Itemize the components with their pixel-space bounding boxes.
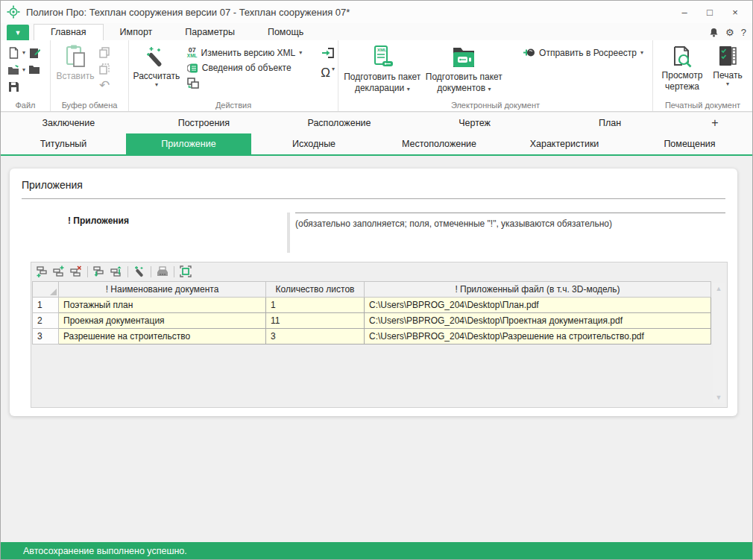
attachments-table-zone: ! Наименование документа Количество лист…: [31, 262, 728, 408]
tab-plan[interactable]: План: [542, 113, 678, 133]
cell-attached-file[interactable]: C:\Users\PBPROG_204\Desktop\План.pdf: [365, 298, 711, 313]
table-vertical-scrollbar[interactable]: ▲ ▼: [713, 283, 725, 403]
select-all-corner[interactable]: [33, 282, 59, 298]
corner-triangle-icon: [50, 289, 57, 295]
import-object-icon[interactable]: [321, 47, 335, 59]
attachments-hint: (обязательно заполняется; поля, отмеченн…: [295, 213, 725, 253]
new-document-icon[interactable]: [6, 45, 21, 60]
cell-sheet-count[interactable]: 11: [266, 313, 365, 329]
section-title: Приложения: [10, 169, 737, 198]
tab-mestopolozhenie[interactable]: Местоположение: [376, 133, 502, 154]
tab-raspolozhenie[interactable]: Расположение: [271, 113, 407, 133]
scroll-down-icon[interactable]: ▼: [716, 394, 722, 401]
status-bar: Автосохранение выполнено успешно.: [1, 542, 752, 559]
cell-attached-file[interactable]: C:\Users\PBPROG_204\Desktop\Проектная до…: [365, 313, 711, 329]
paste-button-label: Вставить: [57, 71, 95, 82]
open-project-icon[interactable]: [6, 63, 21, 77]
paste-button[interactable]: Вставить: [54, 44, 97, 92]
ribbon-tab-glavnaya[interactable]: Главная: [34, 24, 104, 40]
prepare-documents-package-button[interactable]: Подготовить пакет документов ▾: [423, 44, 505, 94]
omega-caret-icon: ▾: [332, 66, 335, 72]
autofill-wand-button[interactable]: [132, 265, 147, 279]
table-header-row: ! Наименование документа Количество лист…: [33, 282, 711, 298]
cell-attached-file[interactable]: C:\Users\PBPROG_204\Desktop\Разрешение н…: [365, 329, 711, 345]
copy-icon[interactable]: [97, 45, 112, 60]
calculate-caret-icon: ▾: [155, 82, 158, 88]
ribbon-tab-pomosch[interactable]: Помощь: [251, 25, 320, 40]
cell-sheet-count[interactable]: 1: [266, 298, 365, 313]
print-table-button[interactable]: [155, 265, 170, 279]
field-separator: [287, 213, 290, 253]
delete-row-button[interactable]: [69, 265, 84, 279]
cell-document-name[interactable]: Разрешение на строительство: [59, 329, 266, 345]
attachments-table: ! Наименование документа Количество лист…: [32, 281, 711, 345]
print-button[interactable]: Печать ▾: [708, 44, 747, 92]
print-label: Печать: [713, 70, 742, 81]
preview-drawing-button[interactable]: Просмотр чертежа: [656, 44, 708, 92]
omega-icon: Ω: [321, 66, 330, 79]
paste-special-icon[interactable]: [97, 62, 112, 76]
main-menu-button[interactable]: ▼: [7, 25, 29, 40]
insert-row-button[interactable]: [51, 265, 66, 279]
tab-iskhodnye[interactable]: Исходные: [251, 133, 376, 154]
move-row-down-button[interactable]: [92, 265, 107, 279]
cell-document-name[interactable]: Проекная документация: [59, 313, 266, 329]
replace-object-button[interactable]: [187, 78, 315, 89]
edit-document-icon[interactable]: [27, 45, 42, 60]
toolbar-separator: [87, 266, 88, 277]
column-header-file[interactable]: ! Приложенный файл (в т.ч. 3D-модель): [365, 282, 711, 298]
object-info-label: Сведения об объекте: [202, 63, 292, 73]
prepare-declaration-package-button[interactable]: XML Подготовить пакет декларации ▾: [341, 44, 423, 94]
ribbon-tabstrip: ▼ Главная Импорт Параметры Помощь ⚙ ?: [1, 23, 752, 40]
scroll-up-icon[interactable]: ▲: [716, 285, 722, 292]
notifications-bell-icon[interactable]: [709, 28, 719, 37]
minimize-button[interactable]: –: [673, 4, 696, 20]
tab-kharakteristiki[interactable]: Характеристики: [502, 133, 627, 154]
tab-pomescheniya[interactable]: Помещения: [627, 133, 752, 154]
group-label-clipboard: Буфер обмена: [51, 101, 128, 110]
tab-zaklyuchenie[interactable]: Заключение: [1, 113, 136, 133]
tab-postroeniya[interactable]: Построения: [136, 113, 272, 133]
add-row-button[interactable]: [34, 265, 49, 279]
symbols-omega-button[interactable]: Ω ▾: [321, 66, 335, 79]
help-icon[interactable]: ?: [741, 27, 746, 38]
new-document-caret-icon[interactable]: ▾: [22, 50, 25, 56]
object-info-button[interactable]: Сведения об объекте: [187, 63, 315, 74]
cell-document-name[interactable]: Поэтажный план: [59, 298, 266, 313]
send-rosreestr-caret-icon: ▾: [640, 50, 643, 56]
cell-sheet-count[interactable]: 3: [266, 329, 365, 345]
close-button[interactable]: ×: [724, 4, 746, 20]
table-row: 3 Разрешение на строительство 3 C:\Users…: [33, 329, 711, 345]
settings-gear-icon[interactable]: ⚙: [725, 27, 734, 38]
tab-titulnyi[interactable]: Титульный: [1, 133, 126, 154]
send-rosreestr-label: Отправить в Росреестр: [539, 48, 637, 58]
group-label-file: Файл: [1, 101, 50, 110]
tab-chertezh[interactable]: Чертеж: [407, 113, 543, 133]
ribbon-tab-import[interactable]: Импорт: [104, 25, 169, 40]
tab-prilozhenie[interactable]: Приложение: [126, 133, 251, 154]
attachments-field-label: ! Приложения: [68, 213, 287, 253]
prepare-documents-caret-icon: ▾: [488, 86, 491, 92]
folder-icon[interactable]: [27, 63, 42, 77]
toolbar-separator: [127, 266, 128, 277]
calculate-button[interactable]: Рассчитать ▾: [132, 44, 181, 89]
ribbon-group-edoc: XML Подготовить пакет декларации ▾: [338, 40, 653, 111]
save-icon[interactable]: [6, 80, 21, 94]
change-xml-version-button[interactable]: 07 XML Изменить версию XML ▾: [187, 47, 315, 59]
expand-table-button[interactable]: [178, 265, 193, 279]
active-tab-underline: [1, 154, 752, 156]
add-tab-button[interactable]: +: [678, 113, 752, 133]
send-rosreestr-button[interactable]: Отправить в Росреестр ▾: [523, 47, 643, 58]
move-row-up-button[interactable]: [109, 265, 124, 279]
ribbon-tab-parametry[interactable]: Параметры: [168, 25, 251, 40]
column-header-name[interactable]: ! Наименование документа: [59, 282, 266, 298]
ribbon-group-clipboard: Вставить ↶ Буфер обмена: [51, 40, 129, 111]
open-project-caret-icon[interactable]: ▾: [22, 67, 25, 73]
maximize-button[interactable]: □: [699, 4, 721, 20]
row-number[interactable]: 2: [33, 313, 59, 329]
undo-icon[interactable]: ↶: [97, 78, 112, 92]
change-xml-version-label: Изменить версию XML: [201, 48, 296, 58]
column-header-sheets[interactable]: Количество листов: [266, 282, 365, 298]
row-number[interactable]: 1: [33, 298, 59, 313]
row-number[interactable]: 3: [33, 329, 59, 345]
